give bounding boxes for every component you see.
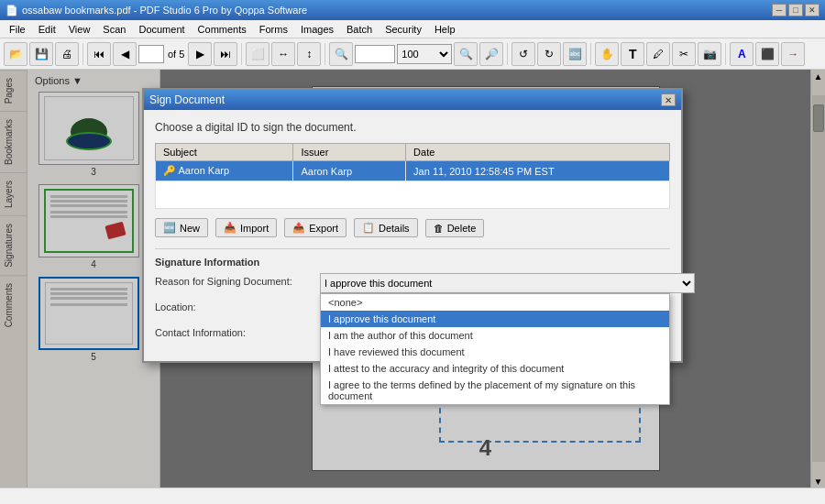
- maximize-button[interactable]: □: [788, 4, 803, 16]
- signature-information: Signature Information Reason for Signing…: [155, 248, 670, 345]
- find-text-button[interactable]: 🔤: [563, 42, 587, 66]
- table-row[interactable]: 🔑 Aaron Karp Aaron Karp Jan 11, 2010 12:…: [156, 161, 670, 181]
- next-page-button[interactable]: ▶: [188, 42, 212, 66]
- new-button[interactable]: 🆕 New: [155, 218, 208, 237]
- import-icon: 📥: [224, 222, 236, 234]
- dropdown-options: <none> I approve this document I am the …: [320, 293, 670, 405]
- dropdown-option-author[interactable]: I am the author of this document: [321, 327, 669, 344]
- import-button[interactable]: 📥 Import: [215, 218, 277, 237]
- table-header-issuer: Issuer: [293, 144, 406, 161]
- menu-images[interactable]: Images: [295, 22, 339, 37]
- dialog-close-button[interactable]: ✕: [661, 93, 676, 106]
- menu-file[interactable]: File: [4, 22, 31, 37]
- app-icon: 📄: [6, 5, 18, 16]
- menu-forms[interactable]: Forms: [254, 22, 293, 37]
- toolbar-sep-2: [241, 43, 242, 65]
- delete-icon: 🗑: [434, 223, 444, 234]
- fit-height-button[interactable]: ↕: [297, 42, 321, 66]
- prev-page-button[interactable]: ◀: [113, 42, 137, 66]
- table-cell-date: Jan 11, 2010 12:58:45 PM EST: [406, 161, 670, 181]
- menu-batch[interactable]: Batch: [341, 22, 378, 37]
- dropdown-option-approve[interactable]: I approve this document: [321, 311, 669, 327]
- sig-info-title: Signature Information: [155, 257, 670, 268]
- menu-comments[interactable]: Comments: [192, 22, 252, 37]
- title-bar-buttons[interactable]: ─ □ ✕: [772, 4, 820, 16]
- rotate-cw-button[interactable]: ↻: [537, 42, 561, 66]
- page-total: of 5: [168, 49, 184, 60]
- dialog-instruction: Choose a digital ID to sign the document…: [155, 121, 670, 134]
- table-cell-subject: 🔑 Aaron Karp: [156, 161, 293, 181]
- fit-width-button[interactable]: ↔: [271, 42, 295, 66]
- toolbar-sep-6: [725, 43, 726, 65]
- first-page-button[interactable]: ⏮: [87, 42, 111, 66]
- rotate-ccw-button[interactable]: ↺: [512, 42, 535, 66]
- hand-tool-button[interactable]: ✋: [595, 42, 619, 66]
- toolbar-sep-4: [507, 43, 508, 65]
- arrow-tool-button[interactable]: →: [781, 42, 805, 66]
- delete-button[interactable]: 🗑 Delete: [425, 219, 485, 237]
- new-icon: 🆕: [163, 222, 176, 234]
- export-icon: 📤: [292, 222, 305, 234]
- menu-view[interactable]: View: [63, 22, 96, 37]
- toolbar-sep-3: [324, 43, 325, 65]
- toolbar-sep-5: [590, 43, 591, 65]
- reason-label: Reason for Signing Document:: [155, 273, 320, 287]
- minimize-button[interactable]: ─: [772, 4, 786, 16]
- menu-security[interactable]: Security: [380, 22, 427, 37]
- toolbar-sep-1: [82, 43, 83, 65]
- zoom-input[interactable]: 100: [355, 45, 395, 63]
- dialog-title-bar: Sign Document ✕: [144, 90, 681, 110]
- camera-button[interactable]: 📷: [698, 42, 721, 66]
- details-icon: 📋: [362, 222, 375, 234]
- crop-button[interactable]: ✂: [672, 42, 696, 66]
- main-area: Pages Bookmarks Layers Signatures Commen…: [0, 70, 825, 488]
- menu-bar: File Edit View Scan Document Comments Fo…: [0, 20, 825, 38]
- menu-edit[interactable]: Edit: [33, 22, 61, 37]
- dropdown-option-none[interactable]: <none>: [321, 294, 669, 311]
- location-label: Location:: [155, 299, 320, 312]
- table-cell-issuer: Aaron Karp: [293, 161, 406, 181]
- export-button[interactable]: 📤 Export: [284, 218, 346, 237]
- table-header-date: Date: [406, 144, 670, 161]
- toolbar: 📂 💾 🖨 ⏮ ◀ 5 of 5 ▶ ⏭ ⬜ ↔ ↕ 🔍 100 100 75 …: [0, 38, 825, 70]
- action-buttons-row: 🆕 New 📥 Import 📤 Export 📋 Details: [155, 218, 670, 237]
- print-button[interactable]: 🖨: [55, 42, 79, 66]
- details-button[interactable]: 📋 Details: [354, 218, 418, 237]
- page-number-input[interactable]: 5: [138, 45, 164, 63]
- reason-select[interactable]: I approve this document <none> I am the …: [320, 273, 695, 293]
- sign-document-dialog: Sign Document ✕ Choose a digital ID to s…: [142, 88, 683, 363]
- menu-scan[interactable]: Scan: [97, 22, 131, 37]
- reason-field: Reason for Signing Document: I approve t…: [155, 273, 670, 293]
- menu-help[interactable]: Help: [429, 22, 461, 37]
- zoom-out-button[interactable]: 🔍: [329, 42, 353, 66]
- table-empty-row: [156, 181, 670, 209]
- dialog-body: Choose a digital ID to sign the document…: [144, 110, 681, 361]
- cert-icon: 🔑: [163, 165, 176, 176]
- dropdown-option-agree[interactable]: I agree to the terms defined by the plac…: [321, 377, 669, 404]
- stamp-button[interactable]: 🖊: [646, 42, 670, 66]
- open-button[interactable]: 📂: [4, 42, 28, 66]
- title-bar-left: 📄 ossabaw bookmarks.pdf - PDF Studio 6 P…: [6, 5, 307, 16]
- menu-document[interactable]: Document: [133, 22, 190, 37]
- search-icon-btn[interactable]: 🔍: [454, 42, 478, 66]
- zoom-select[interactable]: 100 75 50 150 200: [397, 44, 452, 64]
- fit-page-button[interactable]: ⬜: [246, 42, 270, 66]
- search-highlight-button[interactable]: 🔎: [479, 42, 503, 66]
- certificate-table: Subject Issuer Date 🔑 Aaron Karp Aaron K…: [155, 143, 670, 209]
- dropdown-option-reviewed[interactable]: I have reviewed this document: [321, 344, 669, 360]
- status-bar: [0, 488, 825, 504]
- last-page-button[interactable]: ⏭: [214, 42, 237, 66]
- dialog-overlay: Sign Document ✕ Choose a digital ID to s…: [0, 70, 825, 488]
- table-header-subject: Subject: [156, 144, 293, 161]
- redact-button[interactable]: A: [730, 42, 754, 66]
- highlight-rect-button[interactable]: ⬛: [755, 42, 779, 66]
- contact-label: Contact Information:: [155, 324, 320, 338]
- dropdown-option-attest[interactable]: I attest to the accuracy and integrity o…: [321, 360, 669, 377]
- window-title: ossabaw bookmarks.pdf - PDF Studio 6 Pro…: [22, 5, 307, 16]
- text-tool-button[interactable]: T: [621, 42, 644, 66]
- dialog-title: Sign Document: [149, 93, 225, 106]
- save-button[interactable]: 💾: [29, 42, 53, 66]
- close-button[interactable]: ✕: [805, 4, 820, 16]
- status-text: [4, 491, 6, 501]
- title-bar: 📄 ossabaw bookmarks.pdf - PDF Studio 6 P…: [0, 0, 825, 20]
